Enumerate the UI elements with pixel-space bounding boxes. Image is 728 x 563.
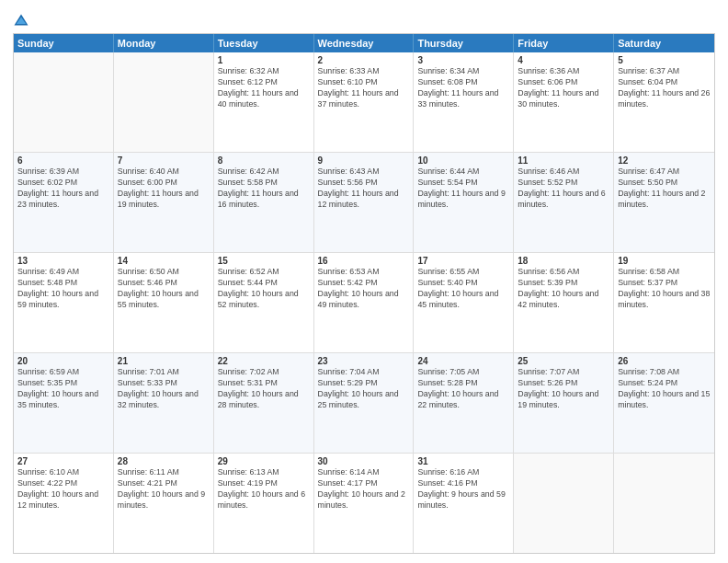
day-number: 28 (118, 456, 210, 466)
day-number: 8 (218, 155, 310, 166)
day-number: 29 (218, 456, 310, 466)
calendar-row-2: 6Sunrise: 6:39 AM Sunset: 6:02 PM Daylig… (14, 152, 714, 252)
cell-info-text: Sunrise: 7:05 AM Sunset: 5:28 PM Dayligh… (417, 367, 509, 411)
cal-cell-w4d7: 26Sunrise: 7:08 AM Sunset: 5:24 PM Dayli… (614, 353, 714, 453)
cal-cell-w1d6: 4Sunrise: 6:36 AM Sunset: 6:06 PM Daylig… (514, 52, 614, 152)
day-number: 23 (318, 356, 410, 366)
cal-cell-w4d3: 22Sunrise: 7:02 AM Sunset: 5:31 PM Dayli… (214, 353, 314, 453)
cal-cell-w2d5: 10Sunrise: 6:44 AM Sunset: 5:54 PM Dayli… (414, 153, 514, 252)
cell-info-text: Sunrise: 6:42 AM Sunset: 5:58 PM Dayligh… (218, 167, 310, 211)
cal-cell-w1d3: 1Sunrise: 6:32 AM Sunset: 6:12 PM Daylig… (214, 52, 314, 152)
cell-info-text: Sunrise: 7:07 AM Sunset: 5:26 PM Dayligh… (518, 367, 609, 411)
calendar-body: 1Sunrise: 6:32 AM Sunset: 6:12 PM Daylig… (14, 52, 714, 553)
col-header-saturday: Saturday (614, 34, 714, 52)
cell-info-text: Sunrise: 7:04 AM Sunset: 5:29 PM Dayligh… (318, 367, 410, 411)
day-number: 13 (17, 256, 109, 266)
cal-cell-w2d2: 7Sunrise: 6:40 AM Sunset: 6:00 PM Daylig… (114, 153, 214, 252)
cell-info-text: Sunrise: 7:01 AM Sunset: 5:33 PM Dayligh… (118, 367, 210, 411)
cal-cell-w3d6: 18Sunrise: 6:56 AM Sunset: 5:39 PM Dayli… (514, 253, 614, 352)
cal-cell-w1d7: 5Sunrise: 6:37 AM Sunset: 6:04 PM Daylig… (614, 52, 714, 152)
cal-cell-w3d7: 19Sunrise: 6:58 AM Sunset: 5:37 PM Dayli… (614, 253, 714, 352)
day-number: 26 (618, 356, 711, 366)
cal-cell-w4d1: 20Sunrise: 6:59 AM Sunset: 5:35 PM Dayli… (14, 353, 114, 453)
day-number: 6 (17, 155, 109, 166)
day-number: 31 (417, 456, 509, 466)
cell-info-text: Sunrise: 6:52 AM Sunset: 5:44 PM Dayligh… (218, 267, 310, 311)
cell-info-text: Sunrise: 6:47 AM Sunset: 5:50 PM Dayligh… (618, 167, 711, 211)
cal-cell-w3d1: 13Sunrise: 6:49 AM Sunset: 5:48 PM Dayli… (14, 253, 114, 352)
day-number: 4 (518, 55, 609, 65)
day-number: 30 (318, 456, 410, 466)
cell-info-text: Sunrise: 6:13 AM Sunset: 4:19 PM Dayligh… (218, 467, 310, 511)
day-number: 25 (518, 356, 609, 366)
cell-info-text: Sunrise: 6:43 AM Sunset: 5:56 PM Dayligh… (318, 167, 410, 211)
day-number: 2 (318, 55, 410, 65)
cal-cell-w2d4: 9Sunrise: 6:43 AM Sunset: 5:56 PM Daylig… (314, 153, 415, 252)
cell-info-text: Sunrise: 7:02 AM Sunset: 5:31 PM Dayligh… (218, 367, 310, 411)
cell-info-text: Sunrise: 7:08 AM Sunset: 5:24 PM Dayligh… (618, 367, 711, 411)
cell-info-text: Sunrise: 6:32 AM Sunset: 6:12 PM Dayligh… (218, 66, 310, 110)
cal-cell-w4d6: 25Sunrise: 7:07 AM Sunset: 5:26 PM Dayli… (514, 353, 614, 453)
day-number: 7 (118, 155, 210, 166)
cal-cell-w2d3: 8Sunrise: 6:42 AM Sunset: 5:58 PM Daylig… (214, 153, 314, 252)
cal-cell-w4d4: 23Sunrise: 7:04 AM Sunset: 5:29 PM Dayli… (314, 353, 415, 453)
logo (13, 13, 31, 29)
day-number: 19 (618, 256, 711, 266)
cell-info-text: Sunrise: 6:14 AM Sunset: 4:17 PM Dayligh… (318, 467, 410, 511)
cal-cell-w1d4: 2Sunrise: 6:33 AM Sunset: 6:10 PM Daylig… (314, 52, 415, 152)
cal-cell-w5d4: 30Sunrise: 6:14 AM Sunset: 4:17 PM Dayli… (314, 454, 415, 553)
cell-info-text: Sunrise: 6:11 AM Sunset: 4:21 PM Dayligh… (118, 467, 210, 511)
cal-cell-w3d5: 17Sunrise: 6:55 AM Sunset: 5:40 PM Dayli… (414, 253, 514, 352)
day-number: 12 (618, 155, 711, 166)
col-header-sunday: Sunday (14, 34, 114, 52)
cell-info-text: Sunrise: 6:39 AM Sunset: 6:02 PM Dayligh… (17, 167, 109, 211)
day-number: 27 (17, 456, 109, 466)
cal-cell-w5d7 (614, 454, 714, 553)
cal-cell-w5d5: 31Sunrise: 6:16 AM Sunset: 4:16 PM Dayli… (414, 454, 514, 553)
day-number: 11 (518, 155, 609, 166)
cal-cell-w2d7: 12Sunrise: 6:47 AM Sunset: 5:50 PM Dayli… (614, 153, 714, 252)
calendar: SundayMondayTuesdayWednesdayThursdayFrid… (13, 33, 715, 554)
day-number: 18 (518, 256, 609, 266)
cal-cell-w5d3: 29Sunrise: 6:13 AM Sunset: 4:19 PM Dayli… (214, 454, 314, 553)
day-number: 21 (118, 356, 210, 366)
calendar-row-5: 27Sunrise: 6:10 AM Sunset: 4:22 PM Dayli… (14, 453, 714, 553)
cell-info-text: Sunrise: 6:53 AM Sunset: 5:42 PM Dayligh… (318, 267, 410, 311)
cal-cell-w3d3: 15Sunrise: 6:52 AM Sunset: 5:44 PM Dayli… (214, 253, 314, 352)
day-number: 3 (417, 55, 509, 65)
cell-info-text: Sunrise: 6:37 AM Sunset: 6:04 PM Dayligh… (618, 66, 711, 110)
day-number: 9 (318, 155, 410, 166)
day-number: 1 (218, 55, 310, 65)
cell-info-text: Sunrise: 6:58 AM Sunset: 5:37 PM Dayligh… (618, 267, 711, 311)
day-number: 20 (17, 356, 109, 366)
cell-info-text: Sunrise: 6:16 AM Sunset: 4:16 PM Dayligh… (417, 467, 509, 511)
cell-info-text: Sunrise: 6:46 AM Sunset: 5:52 PM Dayligh… (518, 167, 609, 211)
day-number: 16 (318, 256, 410, 266)
col-header-tuesday: Tuesday (214, 34, 314, 52)
cell-info-text: Sunrise: 6:10 AM Sunset: 4:22 PM Dayligh… (17, 467, 109, 511)
cell-info-text: Sunrise: 6:40 AM Sunset: 6:00 PM Dayligh… (118, 167, 210, 211)
cell-info-text: Sunrise: 6:33 AM Sunset: 6:10 PM Dayligh… (318, 66, 410, 110)
col-header-friday: Friday (514, 34, 614, 52)
cell-info-text: Sunrise: 6:36 AM Sunset: 6:06 PM Dayligh… (518, 66, 609, 110)
cal-cell-w1d5: 3Sunrise: 6:34 AM Sunset: 6:08 PM Daylig… (414, 52, 514, 152)
calendar-row-1: 1Sunrise: 6:32 AM Sunset: 6:12 PM Daylig… (14, 52, 714, 152)
day-number: 5 (618, 55, 711, 65)
cal-cell-w2d1: 6Sunrise: 6:39 AM Sunset: 6:02 PM Daylig… (14, 153, 114, 252)
page: SundayMondayTuesdayWednesdayThursdayFrid… (0, 0, 728, 563)
col-header-monday: Monday (114, 34, 214, 52)
cal-cell-w4d2: 21Sunrise: 7:01 AM Sunset: 5:33 PM Dayli… (114, 353, 214, 453)
cell-info-text: Sunrise: 6:34 AM Sunset: 6:08 PM Dayligh… (417, 66, 509, 110)
header (13, 9, 715, 29)
logo-icon (13, 13, 29, 29)
cal-cell-w2d6: 11Sunrise: 6:46 AM Sunset: 5:52 PM Dayli… (514, 153, 614, 252)
cal-cell-w1d2 (114, 52, 214, 152)
day-number: 22 (218, 356, 310, 366)
cell-info-text: Sunrise: 6:50 AM Sunset: 5:46 PM Dayligh… (118, 267, 210, 311)
cal-cell-w5d6 (514, 454, 614, 553)
day-number: 15 (218, 256, 310, 266)
day-number: 10 (417, 155, 509, 166)
calendar-row-3: 13Sunrise: 6:49 AM Sunset: 5:48 PM Dayli… (14, 252, 714, 352)
cal-cell-w4d5: 24Sunrise: 7:05 AM Sunset: 5:28 PM Dayli… (414, 353, 514, 453)
calendar-row-4: 20Sunrise: 6:59 AM Sunset: 5:35 PM Dayli… (14, 352, 714, 453)
